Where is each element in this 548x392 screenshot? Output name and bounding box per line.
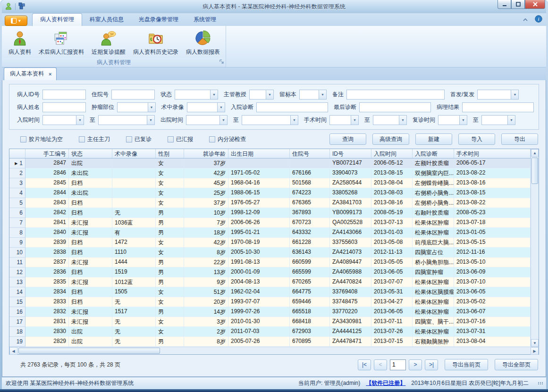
row-selector-cell[interactable]: 2 xyxy=(9,168,25,178)
button-新建[interactable]: 新建 xyxy=(415,133,452,145)
checkbox-box[interactable] xyxy=(168,136,174,142)
row-selector-cell[interactable]: 15 xyxy=(9,297,25,307)
row-selector-cell[interactable]: 3 xyxy=(9,178,25,188)
combo-select[interactable]: ▼ xyxy=(175,90,218,100)
table-row[interactable]: 32845归档女45岁1968-04-16501568ZA25805442013… xyxy=(9,178,531,188)
scroll-left-icon[interactable]: ◀ xyxy=(9,347,17,355)
column-header-术中录像[interactable]: 术中录像 xyxy=(112,149,156,158)
horizontal-scroll-thumb[interactable] xyxy=(18,348,160,354)
combo-select[interactable]: ▼ xyxy=(477,90,519,100)
text-input[interactable] xyxy=(346,90,445,100)
registered-link[interactable]: 【软件已注册】 xyxy=(366,379,405,387)
scroll-down-icon[interactable]: ▼ xyxy=(531,339,539,347)
first-page-button[interactable]: |< xyxy=(358,359,371,370)
column-header-入院诊断[interactable]: 入院诊断 xyxy=(413,149,454,158)
row-selector-cell[interactable]: 16 xyxy=(9,307,25,317)
row-selector-cell[interactable]: 17 xyxy=(9,317,25,327)
row-selector-cell[interactable]: 14 xyxy=(9,287,25,297)
checkbox-box[interactable] xyxy=(79,136,85,142)
table-row[interactable]: 82840未汇报有男18岁1995-01-21643332ZA414306620… xyxy=(9,228,531,238)
combo-select[interactable]: ▼ xyxy=(438,115,467,125)
combo-select[interactable]: ▼ xyxy=(42,115,84,125)
ribbon-button-病人数据报表[interactable]: 病人数据报表 xyxy=(182,28,224,58)
close-button[interactable] xyxy=(525,0,545,9)
column-header-手术时间[interactable]: 手术时间 xyxy=(454,149,531,158)
table-row[interactable]: 52843归档女37岁1976-05-27676365ZA38417032013… xyxy=(9,198,531,208)
table-row[interactable]: 132835未汇报1012蓝男9岁2004-08-13670265ZA44708… xyxy=(9,277,531,287)
text-input[interactable] xyxy=(462,102,534,112)
text-input[interactable] xyxy=(42,90,86,100)
ribbon-button-病人资料历史记录[interactable]: 病人资料历史记录 xyxy=(129,28,182,58)
combo-select[interactable]: ▼ xyxy=(481,115,515,125)
combo-select[interactable]: ▼ xyxy=(299,90,327,100)
horizontal-scrollbar[interactable]: ◀ ▶ xyxy=(9,347,539,354)
column-header-手工编号[interactable]: 手工编号 xyxy=(25,149,69,158)
row-selector-cell[interactable]: 13 xyxy=(9,277,25,287)
table-row[interactable]: 42844未出院女25岁1988-06-15674223338052682013… xyxy=(9,188,531,198)
ribbon-tab-病人资料管理[interactable]: 病人资料管理 xyxy=(32,13,82,26)
combo-select[interactable]: ▼ xyxy=(117,102,156,112)
dialog-launcher-icon[interactable] xyxy=(219,59,224,66)
info-icon[interactable]: i xyxy=(535,15,542,24)
combo-select[interactable]: ▼ xyxy=(329,115,359,125)
table-row[interactable]: 62842归档无男10岁1998-12-09367893YB0099173200… xyxy=(9,208,531,218)
text-input[interactable] xyxy=(42,102,86,112)
chevron-down-icon[interactable]: ▼ xyxy=(76,116,84,125)
checkbox-box[interactable] xyxy=(20,136,26,142)
table-row[interactable]: ▶12847出院女37岁YB00721472006-05-12左额叶胶质瘤200… xyxy=(9,158,531,168)
row-selector-cell[interactable]: ▶1 xyxy=(9,158,25,168)
checkbox-已汇报[interactable]: 已汇报 xyxy=(168,135,193,143)
chevron-down-icon[interactable]: ▼ xyxy=(147,116,154,125)
chevron-down-icon[interactable]: ▼ xyxy=(148,103,155,112)
checkbox-box[interactable] xyxy=(126,136,132,142)
row-selector-cell[interactable]: 18 xyxy=(9,327,25,337)
application-menu-button[interactable]: ▼ xyxy=(5,16,27,26)
button-高级查询[interactable]: 高级查询 xyxy=(372,133,409,145)
text-input[interactable] xyxy=(359,102,431,112)
row-selector-cell[interactable]: 6 xyxy=(9,208,25,218)
table-row[interactable]: 162832未汇报1517男14岁1999-07-266655183377022… xyxy=(9,307,531,317)
checkbox-box[interactable] xyxy=(209,136,215,142)
ribbon-button-近期复诊提醒[interactable]: 近期复诊提醒 xyxy=(88,28,129,58)
ribbon-button-术后病人汇报资料[interactable]: 术后病人汇报资料 xyxy=(35,28,88,58)
table-row[interactable]: 122836归档1519男13岁2000-01-09665599ZA406598… xyxy=(9,267,531,277)
collapse-ribbon-icon[interactable] xyxy=(523,17,528,23)
prev-page-button[interactable]: < xyxy=(374,359,387,370)
button-导入[interactable]: 导入 xyxy=(458,133,495,145)
combo-select[interactable]: ▼ xyxy=(249,90,274,100)
vertical-scroll-thumb[interactable] xyxy=(531,158,538,184)
ribbon-tab-系统管理[interactable]: 系统管理 xyxy=(186,14,224,26)
row-selector-cell[interactable]: 10 xyxy=(9,248,25,258)
table-row[interactable]: 92839归档1472女42岁1970-08-19661228337556032… xyxy=(9,238,531,248)
row-selector-cell[interactable]: 11 xyxy=(9,258,25,267)
column-header-出生日期[interactable]: 出生日期 xyxy=(228,149,290,158)
row-selector-cell[interactable]: 5 xyxy=(9,198,25,208)
column-header-ID号[interactable]: ID号 xyxy=(330,149,371,158)
page-number-input[interactable] xyxy=(390,359,406,370)
table-row[interactable]: 192829出院无男8岁2005-07-26670895ZA4478471201… xyxy=(9,337,531,347)
windows-layout-icon[interactable] xyxy=(18,2,25,11)
checkbox-内分泌检查[interactable]: 内分泌检查 xyxy=(209,135,246,143)
scroll-right-icon[interactable]: ▶ xyxy=(531,347,539,355)
combo-select[interactable]: ▼ xyxy=(187,102,226,112)
scroll-up-icon[interactable]: ▲ xyxy=(531,149,539,157)
chevron-down-icon[interactable]: ▼ xyxy=(290,116,298,125)
chevron-down-icon[interactable]: ▼ xyxy=(219,116,227,125)
table-row[interactable]: 152833归档无女20岁1993-07-0765944633748475201… xyxy=(9,297,531,307)
row-selector-cell[interactable]: 12 xyxy=(9,267,25,277)
table-row[interactable]: 22846未出院女42岁1971-05-02676166339040732013… xyxy=(9,168,531,178)
combo-select[interactable]: ▼ xyxy=(98,115,155,125)
column-header-状态[interactable]: 状态 xyxy=(69,149,112,158)
chevron-down-icon[interactable]: ▼ xyxy=(351,116,358,125)
minimize-button[interactable] xyxy=(497,0,511,9)
vertical-scrollbar[interactable]: ▲ ▼ xyxy=(531,149,539,347)
checkbox-主任主刀[interactable]: 主任主刀 xyxy=(79,135,110,143)
maximize-button[interactable] xyxy=(511,0,525,9)
table-row[interactable]: 112837未汇报1444男22岁1991-08-13660599ZA40894… xyxy=(9,258,531,267)
text-input[interactable] xyxy=(111,90,155,100)
column-header-就诊年龄[interactable]: 就诊年龄 xyxy=(184,149,228,158)
text-input[interactable] xyxy=(256,102,328,112)
ribbon-tab-光盘录像带管理[interactable]: 光盘录像带管理 xyxy=(131,14,186,26)
row-selector-cell[interactable]: 4 xyxy=(9,188,25,198)
table-row[interactable]: 182830出院无女2岁2011-07-03672903ZA4444125201… xyxy=(9,327,531,337)
